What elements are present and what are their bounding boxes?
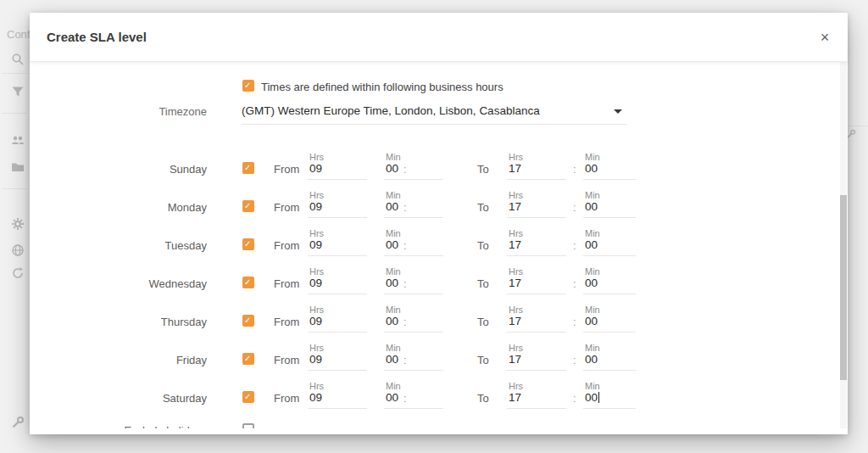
timezone-select[interactable]: (GMT) Western Europe Time, London, Lisbo… — [242, 99, 627, 125]
min-label: Min — [386, 190, 401, 200]
day-enabled-checkbox[interactable] — [242, 162, 254, 174]
to-minutes-field[interactable]: Min 00 — [583, 380, 636, 414]
from-hours-value: 09 — [309, 391, 322, 404]
from-minutes-value: 00 — [386, 353, 398, 366]
field-underline — [384, 217, 443, 218]
to-hours-field[interactable]: Hrs 17 — [507, 342, 566, 376]
to-hours-field[interactable]: Hrs 17 — [507, 189, 566, 223]
to-hours-field[interactable]: Hrs 17 — [507, 266, 566, 299]
from-minutes-field[interactable]: Min 00 — [384, 266, 443, 299]
day-enabled-checkbox[interactable] — [242, 353, 254, 365]
hrs-label: Hrs — [309, 228, 324, 238]
wrench-icon — [11, 416, 25, 429]
hrs-label: Hrs — [309, 305, 324, 315]
day-label: Thursday — [81, 316, 207, 328]
from-label: From — [274, 354, 299, 366]
from-minutes-field[interactable]: Min 00 — [384, 227, 443, 261]
day-enabled-checkbox[interactable] — [242, 200, 254, 212]
from-minutes-field[interactable]: Min 00 — [384, 189, 443, 223]
to-hours-field[interactable]: Hrs 17 — [507, 227, 566, 261]
hrs-label: Hrs — [509, 381, 523, 391]
field-underline — [308, 294, 367, 294]
time-separator: : — [573, 239, 576, 252]
viewport-clip — [30, 428, 848, 434]
field-underline — [583, 179, 636, 180]
to-hours-field[interactable]: Hrs 17 — [507, 304, 566, 338]
from-hours-value: 09 — [309, 238, 322, 251]
day-enabled-checkbox[interactable] — [242, 315, 254, 327]
day-enabled-checkbox[interactable] — [242, 238, 254, 250]
field-underline — [583, 370, 636, 371]
to-minutes-field[interactable]: Min 00 — [583, 227, 636, 261]
day-schedule-row: Friday From Hrs 09 : Min 00 To Hrs 17 : … — [30, 342, 848, 380]
to-minutes-value: 00 — [585, 162, 598, 175]
from-minutes-field[interactable]: Min 00 — [384, 151, 443, 185]
hrs-label: Hrs — [509, 266, 523, 277]
field-underline — [384, 408, 443, 409]
to-minutes-value: 00 — [585, 238, 598, 251]
to-minutes-value: 00 — [585, 315, 598, 327]
dialog-title: Create SLA level — [47, 30, 147, 44]
scrollbar-track[interactable] — [840, 62, 847, 434]
from-hours-field[interactable]: Hrs 09 — [308, 189, 367, 223]
close-icon[interactable]: × — [814, 26, 836, 48]
from-minutes-value: 00 — [386, 315, 398, 327]
day-label: Saturday — [81, 392, 207, 405]
field-underline — [308, 179, 367, 180]
from-hours-field[interactable]: Hrs 09 — [308, 227, 367, 261]
from-hours-field[interactable]: Hrs 09 — [308, 342, 367, 376]
to-minutes-value: 00 — [585, 200, 598, 213]
text-cursor — [598, 392, 599, 403]
from-minutes-field[interactable]: Min 00 — [384, 380, 443, 414]
chevron-down-icon — [614, 109, 622, 114]
to-minutes-field[interactable]: Min 00 — [583, 342, 636, 376]
from-label: From — [274, 316, 299, 328]
hrs-label: Hrs — [509, 305, 523, 315]
to-minutes-field[interactable]: Min 00 — [583, 304, 636, 338]
timezone-underline — [242, 124, 627, 125]
field-underline — [507, 179, 566, 180]
scrollbar-thumb[interactable] — [840, 195, 847, 380]
field-underline — [507, 255, 566, 256]
to-hours-field[interactable]: Hrs 17 — [507, 151, 566, 185]
day-label: Friday — [81, 354, 207, 366]
to-hours-value: 17 — [509, 353, 521, 366]
to-hours-field[interactable]: Hrs 17 — [507, 380, 566, 414]
from-label: From — [274, 277, 299, 290]
to-minutes-field[interactable]: Min 00 — [583, 151, 636, 185]
min-label: Min — [585, 190, 600, 200]
from-hours-field[interactable]: Hrs 09 — [308, 266, 367, 299]
business-hours-checkbox[interactable] — [242, 80, 254, 92]
min-label: Min — [386, 152, 401, 162]
field-underline — [384, 179, 443, 180]
time-separator: : — [573, 354, 576, 366]
min-label: Min — [386, 343, 401, 353]
from-hours-field[interactable]: Hrs 09 — [308, 380, 367, 414]
day-schedule-row: Thursday From Hrs 09 : Min 00 To Hrs 17 … — [30, 304, 848, 342]
sidebar-divider — [2, 73, 27, 74]
day-enabled-checkbox[interactable] — [242, 277, 254, 288]
day-enabled-checkbox[interactable] — [242, 391, 254, 403]
from-minutes-field[interactable]: Min 00 — [384, 342, 443, 376]
from-label: From — [274, 239, 299, 252]
field-underline — [384, 332, 443, 333]
min-label: Min — [585, 305, 600, 315]
dialog-body: Times are defined within following busin… — [30, 62, 848, 434]
from-hours-field[interactable]: Hrs 09 — [308, 151, 367, 185]
from-minutes-value: 00 — [386, 391, 398, 404]
from-minutes-value: 00 — [386, 162, 398, 175]
to-label: To — [477, 316, 489, 328]
from-label: From — [274, 201, 299, 214]
from-minutes-field[interactable]: Min 00 — [384, 304, 443, 338]
to-hours-value: 17 — [509, 277, 521, 289]
to-minutes-value: 00 — [585, 277, 598, 289]
to-minutes-field[interactable]: Min 00 — [583, 189, 636, 223]
min-label: Min — [386, 266, 401, 277]
sidebar-divider — [2, 113, 27, 114]
background-divider — [848, 126, 868, 126]
day-schedule-row: Sunday From Hrs 09 : Min 00 To Hrs 17 : … — [30, 151, 848, 189]
to-minutes-field[interactable]: Min 00 — [583, 266, 636, 299]
field-underline — [507, 217, 566, 218]
field-underline — [308, 370, 367, 371]
from-hours-field[interactable]: Hrs 09 — [308, 304, 367, 338]
